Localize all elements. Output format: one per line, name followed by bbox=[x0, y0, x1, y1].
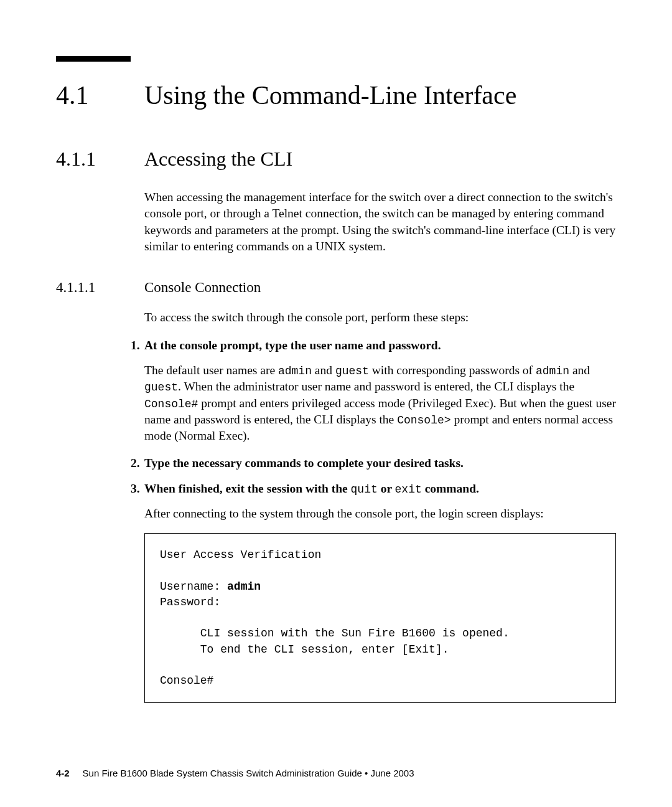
page-footer: 4-2 Sun Fire B1600 Blade System Chassis … bbox=[56, 768, 414, 778]
step-2-heading: 2. Type the necessary commands to comple… bbox=[131, 455, 616, 471]
text-bold: command. bbox=[422, 482, 479, 495]
code-line: Username: bbox=[160, 580, 227, 593]
subsection-heading: 4.1.1 Accessing the CLI bbox=[56, 148, 616, 171]
code-line: Console# bbox=[160, 674, 213, 687]
step-title: At the console prompt, type the user nam… bbox=[144, 337, 441, 354]
text: and bbox=[312, 364, 335, 377]
section-heading: 4.1 Using the Command-Line Interface bbox=[56, 80, 616, 110]
code-block: User Access Verification Username: admin… bbox=[144, 533, 616, 703]
subsubsection-heading: 4.1.1.1 Console Connection bbox=[56, 280, 616, 296]
subsubsection-title: Console Connection bbox=[144, 280, 261, 296]
code-inline: guest bbox=[335, 365, 369, 377]
step-number: 2. bbox=[131, 455, 144, 471]
code-inline: Console> bbox=[397, 414, 450, 427]
code-inline: Console# bbox=[144, 398, 198, 410]
step-3-heading: 3. When finished, exit the session with … bbox=[131, 481, 616, 497]
text-bold: or bbox=[378, 482, 395, 495]
subsubsection-number: 4.1.1.1 bbox=[56, 280, 144, 296]
code-inline: quit bbox=[351, 483, 378, 496]
page-number: 4-2 bbox=[56, 768, 70, 778]
text: . When the administrator user name and p… bbox=[178, 380, 574, 393]
code-line: Password: bbox=[160, 596, 220, 608]
section-number: 4.1 bbox=[56, 80, 144, 110]
text-bold: When finished, exit the session with the bbox=[144, 482, 351, 495]
text: The default user names are bbox=[144, 364, 278, 377]
after-steps-text: After connecting to the system through t… bbox=[144, 506, 616, 522]
subsection-title: Accessing the CLI bbox=[144, 148, 292, 171]
code-inline: admin bbox=[278, 365, 312, 377]
code-line: To end the CLI session, enter [Exit]. bbox=[160, 643, 449, 656]
text: with corresponding passwords of bbox=[369, 364, 536, 377]
step-1-heading: 1. At the console prompt, type the user … bbox=[131, 337, 616, 354]
section-bar bbox=[56, 56, 131, 62]
code-input: admin bbox=[227, 580, 261, 593]
code-inline: guest bbox=[144, 381, 178, 394]
text: and bbox=[569, 364, 590, 377]
code-inline: exit bbox=[395, 483, 422, 496]
footer-text: Sun Fire B1600 Blade System Chassis Swit… bbox=[83, 768, 414, 778]
code-inline: admin bbox=[536, 365, 569, 377]
subsection-body: When accessing the management interface … bbox=[144, 189, 616, 255]
step-title: When finished, exit the session with the… bbox=[144, 481, 479, 497]
step-title: Type the necessary commands to complete … bbox=[144, 455, 464, 471]
step-number: 3. bbox=[131, 481, 144, 497]
page-content: 4.1 Using the Command-Line Interface 4.1… bbox=[0, 0, 672, 734]
code-line: User Access Verification bbox=[160, 549, 321, 561]
section-title: Using the Command-Line Interface bbox=[144, 80, 516, 110]
step-number: 1. bbox=[131, 337, 144, 354]
code-line: CLI session with the Sun Fire B1600 is o… bbox=[160, 627, 510, 639]
intro-text: To access the switch through the console… bbox=[144, 309, 616, 326]
step-1-body: The default user names are admin and gue… bbox=[144, 362, 616, 445]
subsection-number: 4.1.1 bbox=[56, 148, 144, 171]
